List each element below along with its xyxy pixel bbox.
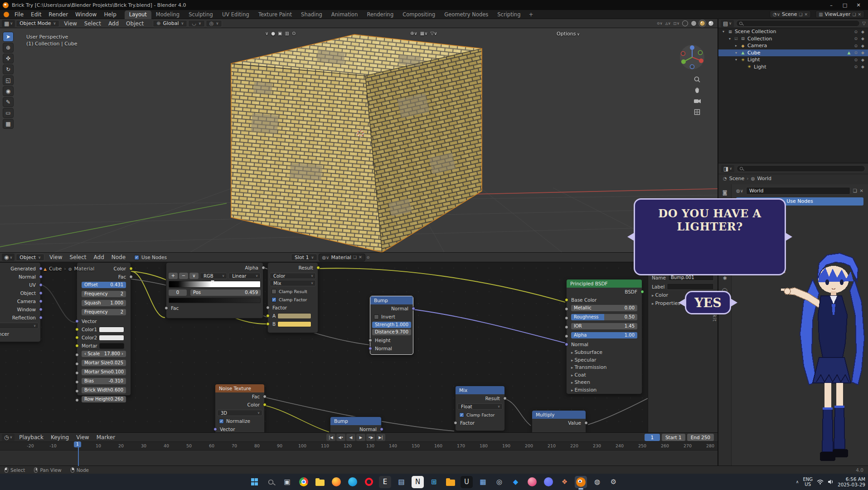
frame-start-field[interactable]: Start 1 [662,434,685,441]
playhead[interactable]: 1 [78,442,79,466]
shading-rendered-button[interactable] [708,20,714,26]
node-color-ramp[interactable]: Alpha + − ∨ RGB Linear 0 Pos0.459 Fac [166,262,263,318]
socket-row-height[interactable] [75,398,79,402]
taskbar-blender[interactable] [575,476,587,488]
viewport-menu-add[interactable]: Add [105,20,122,27]
taskbar-search[interactable] [265,476,277,488]
disable-in-renders-icon[interactable]: ◆ [861,58,864,62]
tray-expand-icon[interactable]: ∧ [796,480,799,484]
socket-generated[interactable] [39,267,43,270]
properties-tab-render[interactable]: ◙ [720,188,730,197]
brick-input-scale-slider[interactable]: ‹ Scale17.800 › [82,351,126,357]
taskbar-start[interactable] [248,476,261,488]
node-mix-color[interactable]: Result Color Mix Clamp Result Clamp Fact… [267,262,318,333]
transform-orientation-dropdown[interactable]: ⊕Global [153,20,187,27]
socket-scale[interactable] [75,353,79,357]
gizmos-dropdown-icon[interactable]: ◬∨ [665,21,671,25]
ramp-remove-stop-button[interactable]: − [179,273,188,279]
viewport-menu-select[interactable]: Select [81,20,105,27]
socket-bsdf[interactable] [640,290,644,294]
shader-menu-node[interactable]: Node [108,254,129,260]
outliner-search-input[interactable] [736,20,860,27]
viewport-menu-view[interactable]: View [60,20,80,27]
disclosure-icon[interactable]: ▾ [727,37,732,41]
mix-data-type-dropdown[interactable]: Color [270,273,316,279]
socket-color[interactable] [129,267,133,270]
noise-normalize-checkbox[interactable]: Normalize [215,417,264,425]
bump-invert-checkbox[interactable]: Invert [370,313,413,321]
socket-base-color[interactable] [565,298,568,302]
socket-normal[interactable] [565,343,568,346]
disclosure-icon[interactable]: ▾ [734,51,738,55]
brick-input-brick-width-slider[interactable]: Brick Width0.600 [82,387,126,393]
shader-type-dropdown[interactable]: Object [16,254,44,261]
socket-metallic[interactable] [565,307,568,311]
socket-vector[interactable] [75,319,79,323]
socket-uv[interactable] [39,283,43,287]
properties-search-input[interactable] [737,165,865,172]
brick-input-row-height-slider[interactable]: Row Height0.260 [82,396,126,402]
principled-alpha-slider[interactable]: Alpha1.00 [571,332,637,338]
blender-menu-icon[interactable] [4,12,9,17]
workspace-tab-compositing[interactable]: Compositing [398,10,440,19]
node-mix-float[interactable]: Mix Result Float Clamp Factor Factor [455,386,505,431]
hide-in-viewport-icon[interactable]: ⊙ [854,64,858,69]
brick-field-squash-slider[interactable]: Squash1.000 [82,300,126,306]
socket-mortar-smo[interactable] [75,371,79,375]
viewlayer-delete-icon[interactable]: ✕ [858,12,861,17]
use-nodes-checkbox[interactable]: Use Nodes [131,253,170,261]
editor-type-button[interactable]: ▦ [2,20,15,27]
frame-end-field[interactable]: End 250 [687,434,714,441]
disable-in-renders-icon[interactable]: ◆ [861,29,864,34]
node-math-multiply[interactable]: Multiply Value [532,410,586,432]
socket-mortar[interactable] [75,344,79,348]
clamp-factor-checkbox[interactable]: Clamp Factor [268,295,318,304]
brick-mortar-swatch[interactable] [99,343,124,349]
visibility-dropdown-icon[interactable]: ⊙∨ [657,21,663,25]
taskbar-settings[interactable]: ⚙ [607,476,620,488]
shader-editor-type-button[interactable]: ◉ [2,254,15,261]
node-noise-texture[interactable]: Noise Texture Fac Color 3D Normalize Vec… [215,384,265,432]
color-panel-header[interactable]: Color [652,292,668,298]
principled-section-transmission[interactable]: Transmission [567,363,642,371]
socket-color1[interactable] [75,328,79,331]
overlays-dropdown-icon[interactable]: ◫∨ [674,21,679,25]
principled-section-emission[interactable]: Emission [567,386,642,394]
mix-a-color-swatch[interactable] [277,313,311,319]
socket-camera[interactable] [39,299,43,303]
properties-panel-header[interactable]: Properties [652,300,680,306]
mode-dropdown[interactable]: Object Mode [16,20,59,27]
disable-in-renders-icon[interactable]: ◆ [861,36,864,41]
tool-transform[interactable]: ◉ [3,86,14,96]
principled-section-specular[interactable]: Specular [567,356,642,364]
taskbar-obs[interactable]: ◍ [591,476,603,488]
node-texture-coordinate[interactable]: GeneratedNormalUVObjectCameraWindowRefle… [0,262,41,342]
principled-ior-slider[interactable]: IOR1.45 [571,323,637,329]
hide-in-viewport-icon[interactable]: ⊙ [854,44,858,48]
workspace-tab-shading[interactable]: Shading [296,10,327,19]
node-principled-bsdf[interactable]: Principled BSDFBSDFBase ColorMetallic0.0… [566,279,642,394]
shading-wireframe-button[interactable] [682,20,688,26]
viewport-3d[interactable]: ➤⊕✜↻◱◉✎▭▦ User Perspective (1) Collectio… [0,28,718,252]
socket-brick-width[interactable] [75,389,79,393]
taskbar-discord[interactable] [542,476,554,488]
ramp-stop-handle[interactable] [211,280,214,283]
clock[interactable]: 6:56 AM2025-03-29 [838,476,865,487]
socket-fac[interactable] [129,275,133,279]
taskbar-clip-studio[interactable] [526,476,538,488]
material-unlink-icon[interactable]: ✕ [359,255,362,260]
outliner-row-light-4[interactable]: ▾✳Light⊙◆ [718,56,868,64]
timeline-editor-type-button[interactable]: ◷ [2,434,15,441]
ramp-tools-dropdown[interactable]: ∨ [189,273,199,279]
taskbar-vscode[interactable]: ◆ [509,476,522,488]
timeline-menu-playback[interactable]: Playback [15,434,47,441]
taskbar-firefox[interactable] [330,476,342,488]
volume-icon[interactable] [828,479,834,485]
timeline-menu-marker[interactable]: Marker [93,434,119,441]
taskbar-task-view[interactable]: ▣ [281,476,293,488]
viewlayer-selector[interactable]: ▥ ViewLayer ❏ ✕ [815,10,864,18]
properties-editor-type-button[interactable]: ◨ [721,165,734,172]
principled-roughness-slider[interactable]: Roughness0.50 [571,314,637,320]
taskbar-steam[interactable]: ◎ [493,476,505,488]
current-frame-field[interactable]: 1 [645,434,660,441]
